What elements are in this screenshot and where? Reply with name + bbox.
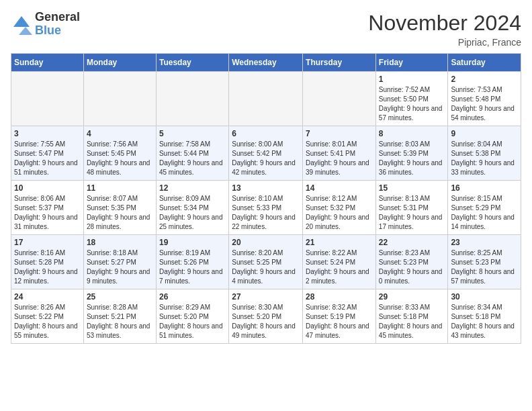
day-number: 14 xyxy=(306,183,373,193)
calendar-week-5: 24Sunrise: 8:26 AM Sunset: 5:22 PM Dayli… xyxy=(11,289,521,344)
header-row: SundayMondayTuesdayWednesdayThursdayFrid… xyxy=(11,54,521,72)
day-header-sunday: Sunday xyxy=(11,54,84,72)
day-number: 9 xyxy=(451,129,518,138)
day-header-monday: Monday xyxy=(83,54,156,72)
day-info: Sunrise: 8:10 AM Sunset: 5:33 PM Dayligh… xyxy=(232,194,300,232)
day-info: Sunrise: 8:33 AM Sunset: 5:18 PM Dayligh… xyxy=(379,303,445,340)
day-info: Sunrise: 8:19 AM Sunset: 5:26 PM Dayligh… xyxy=(159,248,226,286)
day-number: 10 xyxy=(14,183,81,193)
day-info: Sunrise: 7:52 AM Sunset: 5:50 PM Dayligh… xyxy=(379,85,445,123)
page-header: General Blue November 2024 Pipriac, Fran… xyxy=(11,11,521,48)
calendar-cell: 14Sunrise: 8:12 AM Sunset: 5:32 PM Dayli… xyxy=(303,181,376,235)
day-info: Sunrise: 8:00 AM Sunset: 5:42 PM Dayligh… xyxy=(232,140,300,177)
day-number: 16 xyxy=(451,183,518,193)
logo-text: General Blue xyxy=(35,11,80,38)
calendar-cell: 13Sunrise: 8:10 AM Sunset: 5:33 PM Dayli… xyxy=(229,181,303,235)
day-info: Sunrise: 8:32 AM Sunset: 5:19 PM Dayligh… xyxy=(306,303,373,340)
day-info: Sunrise: 8:25 AM Sunset: 5:23 PM Dayligh… xyxy=(451,248,518,286)
day-info: Sunrise: 7:53 AM Sunset: 5:48 PM Dayligh… xyxy=(451,85,518,123)
day-number: 7 xyxy=(306,129,373,138)
day-info: Sunrise: 8:12 AM Sunset: 5:32 PM Dayligh… xyxy=(306,194,373,232)
day-info: Sunrise: 8:03 AM Sunset: 5:39 PM Dayligh… xyxy=(379,140,445,177)
calendar-cell: 23Sunrise: 8:25 AM Sunset: 5:23 PM Dayli… xyxy=(448,235,521,289)
calendar-table: SundayMondayTuesdayWednesdayThursdayFrid… xyxy=(11,53,521,344)
svg-marker-0 xyxy=(13,16,30,27)
calendar-cell: 5Sunrise: 7:58 AM Sunset: 5:44 PM Daylig… xyxy=(156,126,228,181)
logo: General Blue xyxy=(11,11,80,38)
calendar-cell: 7Sunrise: 8:01 AM Sunset: 5:41 PM Daylig… xyxy=(303,126,376,181)
day-number: 19 xyxy=(159,238,226,247)
logo-icon xyxy=(11,13,32,35)
day-number: 2 xyxy=(451,75,518,84)
day-info: Sunrise: 7:58 AM Sunset: 5:44 PM Dayligh… xyxy=(159,140,226,177)
day-number: 1 xyxy=(379,75,445,84)
day-info: Sunrise: 8:07 AM Sunset: 5:35 PM Dayligh… xyxy=(87,194,153,232)
day-info: Sunrise: 8:18 AM Sunset: 5:27 PM Dayligh… xyxy=(87,248,153,286)
day-info: Sunrise: 8:30 AM Sunset: 5:20 PM Dayligh… xyxy=(232,303,300,340)
calendar-cell: 1Sunrise: 7:52 AM Sunset: 5:50 PM Daylig… xyxy=(375,72,448,126)
day-number: 20 xyxy=(232,238,300,247)
calendar-cell: 20Sunrise: 8:20 AM Sunset: 5:25 PM Dayli… xyxy=(229,235,303,289)
calendar-cell: 27Sunrise: 8:30 AM Sunset: 5:20 PM Dayli… xyxy=(229,289,303,344)
day-number: 13 xyxy=(232,183,300,193)
calendar-cell: 28Sunrise: 8:32 AM Sunset: 5:19 PM Dayli… xyxy=(303,289,376,344)
calendar-week-1: 1Sunrise: 7:52 AM Sunset: 5:50 PM Daylig… xyxy=(11,72,521,126)
day-number: 28 xyxy=(306,292,373,302)
calendar-cell: 12Sunrise: 8:09 AM Sunset: 5:34 PM Dayli… xyxy=(156,181,228,235)
day-info: Sunrise: 7:56 AM Sunset: 5:45 PM Dayligh… xyxy=(87,140,153,177)
calendar-cell xyxy=(83,72,156,126)
calendar-cell xyxy=(303,72,376,126)
day-number: 12 xyxy=(159,183,226,193)
day-info: Sunrise: 8:16 AM Sunset: 5:28 PM Dayligh… xyxy=(14,248,81,286)
calendar-cell: 24Sunrise: 8:26 AM Sunset: 5:22 PM Dayli… xyxy=(11,289,84,344)
day-info: Sunrise: 8:23 AM Sunset: 5:23 PM Dayligh… xyxy=(379,248,445,286)
day-info: Sunrise: 8:29 AM Sunset: 5:20 PM Dayligh… xyxy=(159,303,226,340)
calendar-cell: 17Sunrise: 8:16 AM Sunset: 5:28 PM Dayli… xyxy=(11,235,84,289)
day-info: Sunrise: 8:22 AM Sunset: 5:24 PM Dayligh… xyxy=(306,248,373,286)
title-block: November 2024 Pipriac, France xyxy=(368,11,521,48)
day-number: 24 xyxy=(14,292,81,302)
day-info: Sunrise: 7:55 AM Sunset: 5:47 PM Dayligh… xyxy=(14,140,81,177)
day-info: Sunrise: 8:13 AM Sunset: 5:31 PM Dayligh… xyxy=(379,194,445,232)
day-header-tuesday: Tuesday xyxy=(156,54,228,72)
day-info: Sunrise: 8:26 AM Sunset: 5:22 PM Dayligh… xyxy=(14,303,81,340)
svg-marker-1 xyxy=(19,27,32,35)
location: Pipriac, France xyxy=(368,37,521,48)
day-number: 18 xyxy=(87,238,153,247)
calendar-cell: 11Sunrise: 8:07 AM Sunset: 5:35 PM Dayli… xyxy=(83,181,156,235)
day-number: 4 xyxy=(87,129,153,138)
day-info: Sunrise: 8:09 AM Sunset: 5:34 PM Dayligh… xyxy=(159,194,226,232)
calendar-cell: 2Sunrise: 7:53 AM Sunset: 5:48 PM Daylig… xyxy=(448,72,521,126)
calendar-cell: 22Sunrise: 8:23 AM Sunset: 5:23 PM Dayli… xyxy=(375,235,448,289)
day-header-wednesday: Wednesday xyxy=(229,54,303,72)
day-info: Sunrise: 8:20 AM Sunset: 5:25 PM Dayligh… xyxy=(232,248,300,286)
day-header-saturday: Saturday xyxy=(448,54,521,72)
calendar-cell: 29Sunrise: 8:33 AM Sunset: 5:18 PM Dayli… xyxy=(375,289,448,344)
day-number: 3 xyxy=(14,129,81,138)
day-number: 27 xyxy=(232,292,300,302)
calendar-cell xyxy=(11,72,84,126)
month-title: November 2024 xyxy=(368,11,521,36)
calendar-cell: 30Sunrise: 8:34 AM Sunset: 5:18 PM Dayli… xyxy=(448,289,521,344)
calendar-cell: 6Sunrise: 8:00 AM Sunset: 5:42 PM Daylig… xyxy=(229,126,303,181)
day-info: Sunrise: 8:04 AM Sunset: 5:38 PM Dayligh… xyxy=(451,140,518,177)
day-info: Sunrise: 8:15 AM Sunset: 5:29 PM Dayligh… xyxy=(451,194,518,232)
calendar-week-4: 17Sunrise: 8:16 AM Sunset: 5:28 PM Dayli… xyxy=(11,235,521,289)
day-number: 21 xyxy=(306,238,373,247)
calendar-cell: 10Sunrise: 8:06 AM Sunset: 5:37 PM Dayli… xyxy=(11,181,84,235)
calendar-cell: 21Sunrise: 8:22 AM Sunset: 5:24 PM Dayli… xyxy=(303,235,376,289)
calendar-cell: 3Sunrise: 7:55 AM Sunset: 5:47 PM Daylig… xyxy=(11,126,84,181)
day-info: Sunrise: 8:34 AM Sunset: 5:18 PM Dayligh… xyxy=(451,303,518,340)
day-info: Sunrise: 8:06 AM Sunset: 5:37 PM Dayligh… xyxy=(14,194,81,232)
calendar-cell: 26Sunrise: 8:29 AM Sunset: 5:20 PM Dayli… xyxy=(156,289,228,344)
calendar-cell: 4Sunrise: 7:56 AM Sunset: 5:45 PM Daylig… xyxy=(83,126,156,181)
day-number: 8 xyxy=(379,129,445,138)
logo-blue: Blue xyxy=(35,24,80,38)
day-number: 26 xyxy=(159,292,226,302)
calendar-cell: 19Sunrise: 8:19 AM Sunset: 5:26 PM Dayli… xyxy=(156,235,228,289)
day-number: 15 xyxy=(379,183,445,193)
calendar-cell: 9Sunrise: 8:04 AM Sunset: 5:38 PM Daylig… xyxy=(448,126,521,181)
calendar-cell: 8Sunrise: 8:03 AM Sunset: 5:39 PM Daylig… xyxy=(375,126,448,181)
day-number: 11 xyxy=(87,183,153,193)
calendar-cell: 18Sunrise: 8:18 AM Sunset: 5:27 PM Dayli… xyxy=(83,235,156,289)
